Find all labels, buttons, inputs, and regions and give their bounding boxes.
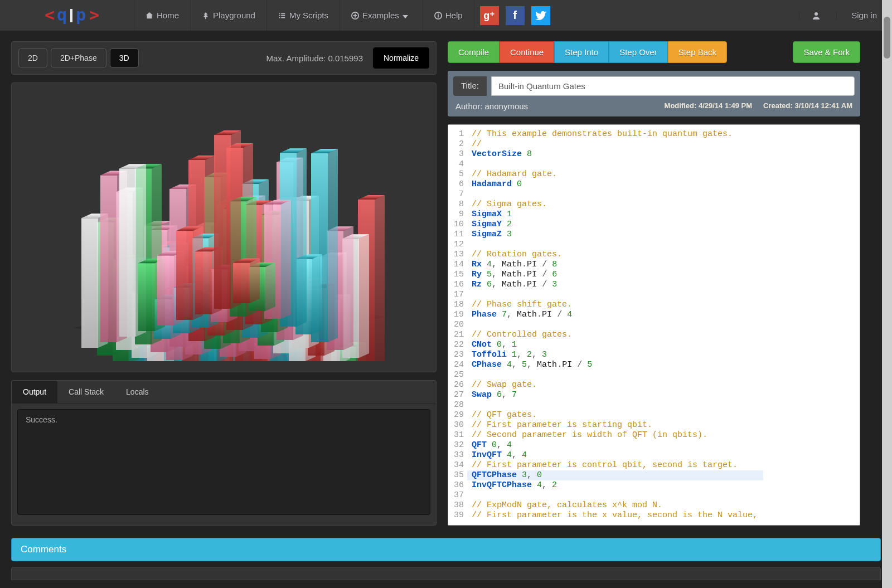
code-line[interactable]: InvQFT 4, 4 [472, 450, 758, 460]
view-2d-button[interactable]: 2D [18, 48, 47, 67]
googleplus-icon: g⁺ [483, 9, 495, 22]
svg-marker-89 [343, 226, 353, 350]
script-meta-panel: Title: Author: anonymous Modified: 4/29/… [448, 71, 860, 116]
svg-point-7 [438, 13, 439, 14]
home-icon [146, 12, 153, 20]
code-line[interactable]: Toffoli 1, 2, 3 [472, 350, 758, 360]
svg-point-9 [815, 12, 818, 16]
code-line[interactable]: // Controlled gates. [472, 330, 758, 340]
title-label: Title: [453, 76, 487, 96]
facebook-button[interactable]: f [506, 6, 525, 25]
code-line[interactable]: SigmaZ 3 [472, 230, 758, 240]
nav-right: Sign in [799, 0, 892, 31]
editor-body[interactable]: // This example demonstrates built-in qu… [467, 125, 763, 525]
step-into-button[interactable]: Step Into [554, 41, 609, 63]
code-line[interactable]: Rz 6, Math.PI / 3 [472, 280, 758, 290]
nav-myscripts-label: My Scripts [289, 11, 328, 20]
code-line[interactable] [472, 490, 758, 500]
step-back-button[interactable]: Step Back [668, 41, 727, 63]
code-line[interactable]: // Phase shift gate. [472, 300, 758, 310]
tab-locals[interactable]: Locals [115, 381, 159, 403]
googleplus-button[interactable]: g⁺ [480, 6, 499, 25]
continue-button[interactable]: Continue [500, 41, 554, 63]
code-line[interactable]: // First parameter is the x value, secon… [472, 511, 758, 521]
code-line[interactable]: SigmaX 1 [472, 210, 758, 220]
view-toolbar: 2D 2D+Phase 3D Max. Amplitude: 0.015993 … [11, 41, 437, 75]
code-line[interactable]: InvQFTCPhase 4, 2 [472, 480, 758, 490]
main: 2D 2D+Phase 3D Max. Amplitude: 0.015993 … [0, 31, 892, 526]
normalize-button[interactable]: Normalize [373, 47, 429, 69]
code-line[interactable] [472, 240, 758, 250]
svg-marker-170 [297, 148, 307, 327]
code-line[interactable]: // First parameter is starting qbit. [472, 420, 758, 430]
nav-help[interactable]: Help [423, 0, 474, 31]
svg-rect-252 [233, 263, 250, 303]
nav-playground-label: Playground [213, 11, 255, 20]
code-line[interactable] [472, 159, 758, 169]
svg-text:>: > [89, 6, 99, 25]
code-line[interactable]: Swap 6, 7 [472, 390, 758, 400]
code-line[interactable]: QFTCPhase 3, 0 [467, 470, 763, 480]
code-line[interactable]: Rx 4, Math.PI / 8 [472, 260, 758, 270]
svg-marker-62 [359, 234, 369, 358]
code-line[interactable]: QFT 0, 4 [472, 440, 758, 450]
code-line[interactable]: CNot 0, 1 [472, 340, 758, 350]
code-line[interactable]: // ExpModN gate, calculates x^k mod N. [472, 500, 758, 511]
svg-marker-197 [281, 200, 291, 319]
code-line[interactable] [472, 189, 758, 200]
code-line[interactable]: // Sigma gates. [472, 200, 758, 210]
code-line[interactable]: // Swap gate. [472, 380, 758, 390]
facebook-icon: f [513, 9, 517, 22]
code-line[interactable]: Phase 7, Math.PI / 4 [472, 310, 758, 320]
user-menu[interactable] [799, 11, 837, 20]
code-line[interactable]: // [472, 139, 758, 149]
svg-rect-234 [119, 168, 136, 337]
twitter-button[interactable] [531, 6, 550, 25]
code-line[interactable]: // Second parameter is width of QFT (in … [472, 430, 758, 440]
code-line[interactable]: VectorSize 8 [472, 149, 758, 159]
nav-myscripts[interactable]: My Scripts [267, 0, 340, 31]
nav-examples[interactable]: Examples [340, 0, 423, 31]
svg-marker-224 [265, 263, 275, 311]
svg-marker-251 [250, 258, 260, 303]
code-line[interactable]: // Hadamard gate. [472, 169, 758, 179]
code-line[interactable] [472, 400, 758, 410]
code-line[interactable]: CPhase 4, 5, Math.PI / 5 [472, 360, 758, 370]
tab-output[interactable]: Output [12, 381, 57, 403]
svg-rect-237 [138, 263, 155, 331]
nav-home[interactable]: Home [134, 0, 191, 31]
user-icon [812, 11, 821, 20]
svg-marker-35 [375, 195, 385, 361]
nav-playground[interactable]: Playground [191, 0, 267, 31]
code-line[interactable]: SigmaY 2 [472, 220, 758, 230]
svg-rect-243 [176, 231, 193, 320]
twitter-icon [535, 11, 546, 20]
svg-rect-8 [438, 15, 439, 17]
code-line[interactable]: Hadamard 0 [472, 179, 758, 189]
code-line[interactable]: // First parameter is control qbit, seco… [472, 460, 758, 470]
code-line[interactable] [472, 320, 758, 330]
code-line[interactable]: // Rotation gates. [472, 250, 758, 260]
view-3d-button[interactable]: 3D [110, 48, 139, 67]
code-line[interactable] [472, 370, 758, 380]
title-row: Title: [453, 76, 855, 96]
code-line[interactable]: // This example demonstrates built-in qu… [472, 129, 758, 139]
bottom-tabs: Output Call Stack Locals [12, 381, 436, 404]
view-2dphase-button[interactable]: 2D+Phase [51, 48, 106, 67]
code-editor[interactable]: 1234567891011121314151617181920212223242… [448, 124, 860, 526]
page-scrollbar[interactable] [882, 0, 892, 588]
list-icon [278, 12, 286, 20]
code-line[interactable] [472, 290, 758, 300]
logo[interactable]: < q p > [45, 6, 112, 26]
right-column: Compile Continue Step Into Step Over Ste… [448, 41, 860, 526]
compile-button[interactable]: Compile [448, 41, 500, 63]
title-input[interactable] [491, 76, 855, 96]
tab-callstack[interactable]: Call Stack [57, 381, 115, 403]
visualization-panel[interactable] [11, 82, 437, 372]
step-over-button[interactable]: Step Over [609, 41, 668, 63]
code-line[interactable]: Ry 5, Math.PI / 6 [472, 270, 758, 280]
code-line[interactable]: // QFT gates. [472, 410, 758, 420]
modified-label: Modified: 4/29/14 1:49 PM [665, 101, 753, 111]
save-fork-button[interactable]: Save & Fork [793, 41, 860, 63]
comments-heading[interactable]: Comments [11, 538, 881, 561]
